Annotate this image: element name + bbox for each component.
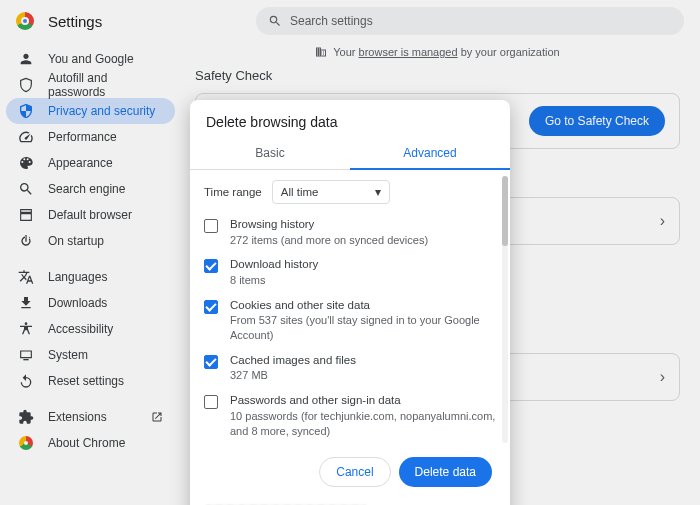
dialog-title: Delete browsing data (190, 100, 510, 138)
tab-advanced[interactable]: Advanced (350, 138, 510, 170)
checkbox[interactable] (204, 300, 218, 314)
checkbox[interactable] (204, 355, 218, 369)
checkbox[interactable] (204, 259, 218, 273)
chevron-down-icon: ▾ (375, 185, 381, 199)
tab-basic[interactable]: Basic (190, 138, 350, 170)
option-passwords[interactable]: Passwords and other sign-in data10 passw… (204, 388, 496, 443)
checkbox[interactable] (204, 219, 218, 233)
dialog-tabs: Basic Advanced (190, 138, 510, 170)
delete-data-button[interactable]: Delete data (399, 457, 492, 487)
option-browsing-history[interactable]: Browsing history272 items (and more on s… (204, 212, 496, 252)
option-download-history[interactable]: Download history8 items (204, 252, 496, 292)
scrollbar[interactable] (502, 176, 508, 443)
scrollbar-thumb[interactable] (502, 176, 508, 246)
option-cookies[interactable]: Cookies and other site dataFrom 537 site… (204, 293, 496, 348)
time-range-select[interactable]: All time▾ (272, 180, 390, 204)
time-range-label: Time range (204, 186, 262, 198)
modal-overlay: Delete browsing data Basic Advanced Time… (0, 0, 700, 505)
option-cached[interactable]: Cached images and files327 MB (204, 348, 496, 388)
checkbox[interactable] (204, 395, 218, 409)
cancel-button[interactable]: Cancel (319, 457, 390, 487)
dialog-body: Time range All time▾ Browsing history272… (190, 170, 510, 449)
delete-browsing-data-dialog: Delete browsing data Basic Advanced Time… (190, 100, 510, 505)
